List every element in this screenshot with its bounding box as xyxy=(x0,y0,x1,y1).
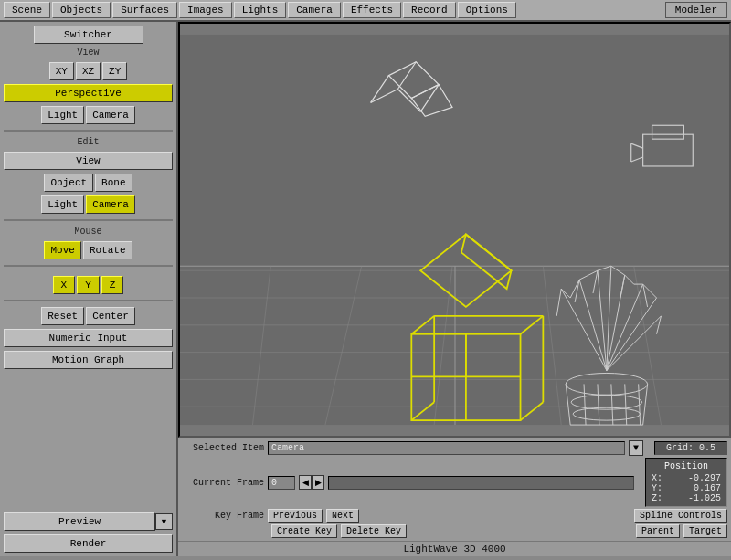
menu-bar: Scene Objects Surfaces Images Lights Cam… xyxy=(0,0,731,22)
frame-slider[interactable] xyxy=(328,476,634,490)
frame-arrows: ◀ ▶ xyxy=(299,475,324,490)
move-button[interactable]: Move xyxy=(44,241,80,259)
viewport[interactable] xyxy=(178,22,731,438)
menu-options[interactable]: Options xyxy=(458,2,516,18)
y-value: 0.167 xyxy=(694,483,721,493)
position-title: Position xyxy=(652,461,721,471)
selected-item-label: Selected Item xyxy=(182,443,264,453)
delete-key-button[interactable]: Delete Key xyxy=(341,524,407,538)
create-key-button[interactable]: Create Key xyxy=(271,524,337,538)
render-button[interactable]: Render xyxy=(4,534,173,553)
spline-controls-button[interactable]: Spline Controls xyxy=(634,509,727,523)
main-layout: Switcher View XY XZ ZY Perspective Light… xyxy=(0,22,731,556)
menu-lights[interactable]: Lights xyxy=(234,2,287,18)
menu-camera[interactable]: Camera xyxy=(288,2,341,18)
xy-button[interactable]: XY xyxy=(49,62,74,80)
menu-record[interactable]: Record xyxy=(403,2,456,18)
parent-button[interactable]: Parent xyxy=(636,524,680,538)
reset-button[interactable]: Reset xyxy=(41,307,84,325)
bottom-controls: Selected Item ▼ Grid: 0.5 Current Frame … xyxy=(178,438,731,541)
previous-button[interactable]: Previous xyxy=(268,509,323,523)
preview-button[interactable]: Preview xyxy=(4,512,155,531)
xz-button[interactable]: XZ xyxy=(76,62,101,80)
left-panel: Switcher View XY XZ ZY Perspective Light… xyxy=(0,22,178,556)
mouse-section-label: Mouse xyxy=(4,227,173,237)
next-button[interactable]: Next xyxy=(326,509,359,523)
current-frame-input[interactable] xyxy=(268,476,295,490)
menu-effects[interactable]: Effects xyxy=(343,2,401,18)
preview-dropdown[interactable]: ▼ xyxy=(155,513,173,530)
preview-area: Preview ▼ xyxy=(4,512,173,531)
view-section-label: View xyxy=(4,48,173,58)
x-label: X: xyxy=(652,473,662,483)
modeler-button[interactable]: Modeler xyxy=(665,2,727,18)
position-panel: Position X: -0.297 Y: 0.167 Z: -1.025 xyxy=(645,458,727,507)
selected-item-input[interactable] xyxy=(268,441,625,455)
rotate-button[interactable]: Rotate xyxy=(83,241,132,259)
z-value: -1.025 xyxy=(688,493,721,503)
perspective-button[interactable]: Perspective xyxy=(4,84,173,102)
edit-section-label: Edit xyxy=(4,137,173,147)
edit-view-button[interactable]: View xyxy=(4,152,173,170)
zy-button[interactable]: ZY xyxy=(102,62,127,80)
motion-graph-button[interactable]: Motion Graph xyxy=(4,351,173,369)
z-label: Z: xyxy=(652,493,662,503)
z-axis-button[interactable]: Z xyxy=(101,276,124,294)
menu-scene[interactable]: Scene xyxy=(4,2,50,18)
key-frame-label: Key Frame xyxy=(182,511,264,521)
center-button[interactable]: Center xyxy=(86,307,135,325)
x-axis-button[interactable]: X xyxy=(53,276,76,294)
frame-prev-arrow[interactable]: ◀ xyxy=(299,475,312,490)
y-axis-button[interactable]: Y xyxy=(77,276,100,294)
y-label: Y: xyxy=(652,483,662,493)
menu-images[interactable]: Images xyxy=(179,2,232,18)
right-area: Selected Item ▼ Grid: 0.5 Current Frame … xyxy=(178,22,731,556)
menu-surfaces[interactable]: Surfaces xyxy=(112,2,177,18)
selected-item-dropdown-icon[interactable]: ▼ xyxy=(629,440,643,456)
view-light-button[interactable]: Light xyxy=(41,106,84,124)
view-camera-button[interactable]: Camera xyxy=(86,106,135,124)
scene-svg xyxy=(180,24,729,436)
menu-objects[interactable]: Objects xyxy=(52,2,111,18)
footer: LightWave 3D 4000 xyxy=(178,541,731,556)
target-button[interactable]: Target xyxy=(683,524,727,538)
switcher-button[interactable]: Switcher xyxy=(34,26,143,44)
grid-display: Grid: 0.5 xyxy=(654,441,727,455)
x-value: -0.297 xyxy=(688,473,721,483)
numeric-input-button[interactable]: Numeric Input xyxy=(4,329,173,347)
object-button[interactable]: Object xyxy=(44,174,93,192)
edit-camera-button[interactable]: Camera xyxy=(86,195,135,214)
frame-next-arrow[interactable]: ▶ xyxy=(312,475,324,490)
bone-button[interactable]: Bone xyxy=(95,174,132,192)
edit-light-button[interactable]: Light xyxy=(41,195,84,214)
current-frame-label: Current Frame xyxy=(182,478,264,488)
